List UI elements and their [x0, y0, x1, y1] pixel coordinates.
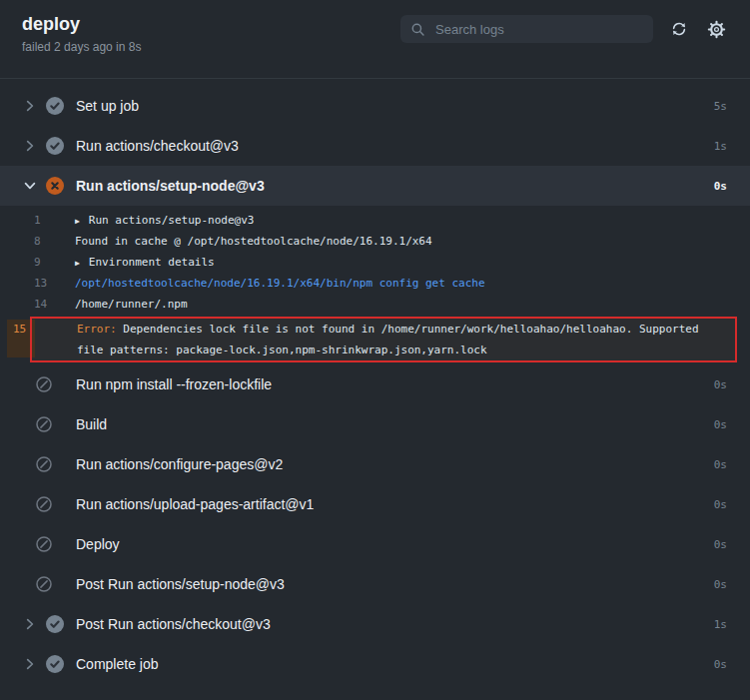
step-label: Run npm install --frozen-lockfile	[76, 376, 272, 392]
job-header-left: deploy failed 2 days ago in 8s	[22, 13, 141, 54]
step-duration: 0s	[714, 538, 727, 551]
step-row-upload-pages-artifact[interactable]: Run actions/upload-pages-artifact@v1 0s	[0, 484, 750, 524]
error-prefix: Error:	[77, 323, 117, 336]
log-line-number[interactable]: 8	[34, 231, 48, 252]
log-line-number[interactable]: 13	[34, 273, 48, 294]
step-duration: 0s	[714, 458, 727, 471]
step-duration: 5s	[714, 100, 727, 113]
error-line-number[interactable]: 15	[13, 319, 26, 340]
step-list: Set up job 5s Run actions/checkout@v3 1s…	[0, 79, 750, 684]
step-label: Run actions/setup-node@v3	[76, 178, 265, 194]
log-line: 9 ▶Environment details	[0, 252, 750, 273]
job-header-actions	[400, 15, 728, 43]
skip-circle-icon	[36, 376, 52, 392]
step-label: Post Run actions/setup-node@v3	[76, 576, 285, 592]
step-row-npm-install[interactable]: Run npm install --frozen-lockfile 0s	[0, 364, 750, 404]
step-row-configure-pages[interactable]: Run actions/configure-pages@v2 0s	[0, 444, 750, 484]
log-line-text: ▶Environment details	[75, 252, 215, 273]
log-line: 14 /home/runner/.npm	[0, 294, 750, 315]
workflow-log-page: { "header": { "title": "deploy", "subtit…	[0, 0, 750, 700]
log-line: 13 /opt/hostedtoolcache/node/16.19.1/x64…	[0, 273, 750, 294]
x-circle-icon	[46, 177, 64, 195]
skip-circle-icon	[36, 416, 52, 432]
check-circle-icon	[46, 655, 64, 673]
step-duration: 1s	[714, 140, 727, 153]
job-header: deploy failed 2 days ago in 8s	[0, 0, 750, 79]
step-row-complete-job[interactable]: Complete job 0s	[0, 644, 750, 684]
chevron-right-icon	[22, 656, 38, 672]
search-logs-input[interactable]	[433, 21, 643, 38]
step-duration: 1s	[714, 618, 727, 631]
step-label: Complete job	[76, 656, 159, 672]
log-line: 1 ▶Run actions/setup-node@v3	[0, 210, 750, 231]
step-row-post-checkout[interactable]: Post Run actions/checkout@v3 1s	[0, 604, 750, 644]
chevron-right-icon	[22, 138, 38, 154]
error-text: Dependencies lock file is not found in /…	[77, 323, 699, 356]
step-label: Deploy	[76, 536, 120, 552]
check-circle-icon	[46, 615, 64, 633]
check-circle-icon	[46, 137, 64, 155]
step-label: Run actions/upload-pages-artifact@v1	[76, 496, 314, 512]
step-duration: 0s	[714, 498, 727, 511]
step-duration: 0s	[714, 578, 727, 591]
search-icon	[410, 22, 425, 37]
search-logs-box[interactable]	[400, 15, 653, 43]
log-line-text: ▶Run actions/setup-node@v3	[75, 210, 254, 231]
step-row-checkout[interactable]: Run actions/checkout@v3 1s	[0, 126, 750, 166]
log-settings-button[interactable]	[705, 18, 728, 41]
check-circle-icon	[46, 97, 64, 115]
log-line-number[interactable]: 9	[34, 252, 48, 273]
log-line-text: Found in cache @ /opt/hostedtoolcache/no…	[75, 231, 432, 252]
step-row-build[interactable]: Build 0s	[0, 404, 750, 444]
step-row-set-up-job[interactable]: Set up job 5s	[0, 86, 750, 126]
job-status-summary: failed 2 days ago in 8s	[22, 40, 141, 54]
step-duration: 0s	[714, 180, 727, 193]
job-title: deploy	[22, 13, 141, 35]
skip-circle-icon	[36, 576, 52, 592]
step-label: Build	[76, 416, 107, 432]
error-message-box: Error: Dependencies lock file is not fou…	[30, 317, 737, 362]
error-annotation: 15 Error: Dependencies lock file is not …	[0, 317, 750, 362]
log-line-text: /home/runner/.npm	[75, 294, 188, 315]
step-row-post-setup-node[interactable]: Post Run actions/setup-node@v3 0s	[0, 564, 750, 604]
step-duration: 0s	[714, 418, 727, 431]
skip-circle-icon	[36, 496, 52, 512]
triangle-right-icon[interactable]: ▶	[75, 217, 80, 226]
log-line-number[interactable]: 14	[34, 294, 48, 315]
step-row-setup-node[interactable]: Run actions/setup-node@v3 0s	[0, 166, 750, 206]
log-line-number[interactable]: 1	[34, 210, 48, 231]
chevron-right-icon	[22, 98, 38, 114]
triangle-right-icon[interactable]: ▶	[75, 259, 80, 268]
step-log-output: 1 ▶Run actions/setup-node@v3 8 Found in …	[0, 206, 750, 364]
skip-circle-icon	[36, 536, 52, 552]
log-line: 8 Found in cache @ /opt/hostedtoolcache/…	[0, 231, 750, 252]
sync-icon	[671, 21, 687, 37]
step-label: Post Run actions/checkout@v3	[76, 616, 271, 632]
step-label: Run actions/checkout@v3	[76, 138, 239, 154]
gear-icon	[707, 20, 726, 39]
step-label: Run actions/configure-pages@v2	[76, 456, 283, 472]
chevron-down-icon	[22, 178, 38, 194]
step-duration: 0s	[714, 658, 727, 671]
step-row-deploy[interactable]: Deploy 0s	[0, 524, 750, 564]
refresh-logs-button[interactable]	[669, 19, 689, 39]
log-line-text: /opt/hostedtoolcache/node/16.19.1/x64/bi…	[75, 273, 485, 294]
step-label: Set up job	[76, 98, 139, 114]
skip-circle-icon	[36, 456, 52, 472]
step-duration: 0s	[714, 378, 727, 391]
chevron-right-icon	[22, 616, 38, 632]
